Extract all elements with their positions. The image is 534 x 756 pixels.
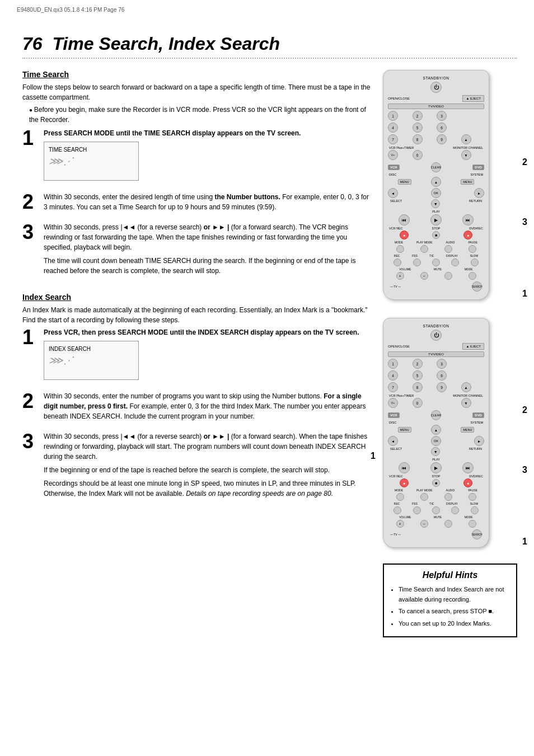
remote2-play-btn[interactable]: ▶ (430, 462, 442, 473)
remote2-mute-btn[interactable] (444, 520, 452, 528)
remote1-mode3-btn[interactable] (469, 272, 476, 280)
remote1-stop-btn[interactable]: ■ (432, 231, 440, 239)
remote1-dvd-btn[interactable]: DVD (472, 165, 484, 170)
remote1-btn-7[interactable]: 7 (388, 134, 398, 144)
remote2-tvvideo-btn[interactable]: TV/VIDEO (388, 351, 484, 357)
remote1-power-btn[interactable]: ⏻ (430, 82, 442, 93)
remote1-left-btn[interactable]: ◄ (388, 188, 398, 198)
remote2-clear-btn[interactable]: CLEAR (431, 410, 441, 420)
remote2-btn-2[interactable]: 2 (413, 359, 423, 369)
remote1-vcrrec-btn[interactable]: ● (400, 231, 409, 240)
remote1-btn-8[interactable]: 8 (413, 134, 423, 144)
remote2-tic-btn[interactable] (432, 506, 440, 514)
remote2-rec-btn[interactable] (394, 506, 401, 514)
remote2-stop-btn[interactable]: ■ (432, 479, 440, 487)
remote1-mute-label: MUTE (434, 267, 442, 271)
remote1-btn-0[interactable]: 0 (413, 150, 423, 160)
remote2-fss-btn[interactable] (413, 506, 421, 514)
remote1-btn-down[interactable]: ▼ (461, 150, 471, 160)
remote1-mute-btn[interactable] (444, 272, 452, 280)
remote1-display-btn[interactable] (451, 259, 459, 266)
remote1-tic-btn[interactable] (432, 259, 440, 266)
remote2-mode3-btn[interactable] (469, 520, 476, 528)
remote2-vcr-btn[interactable]: VCR (388, 412, 400, 418)
remote1-vcr-timer-label: VCR Plus+TIMER (389, 146, 414, 149)
screen-label-2: INDEX SEARCH (49, 346, 134, 352)
remote2-btn-7[interactable]: 7 (388, 382, 398, 392)
remote2-btn-0[interactable]: 0 (413, 398, 423, 408)
remote2-eject-btn[interactable]: ▲ EJECT (462, 343, 484, 350)
remote2-btn-6[interactable]: 6 (437, 370, 447, 381)
remote2-playmode-btn[interactable] (420, 493, 428, 501)
remote2-btn-4[interactable]: 4 (388, 370, 398, 381)
remote2-numgrid4: V+ 0 ▼ (388, 398, 484, 408)
remote1-mode-btn[interactable] (396, 245, 404, 253)
remote1-pause-btn[interactable] (469, 245, 476, 253)
remote2-fwd-btn[interactable]: ⏭ (462, 462, 474, 473)
remote1-rec-btn[interactable] (394, 259, 401, 266)
remote2-btn-8[interactable]: 8 (413, 382, 423, 392)
remote1-vol-minus-btn[interactable]: − (420, 272, 428, 280)
remote2-left-btn[interactable]: ◄ (388, 436, 398, 446)
remote2-btn-vcrplus[interactable]: V+ (388, 398, 398, 408)
remote2-dvd-btn[interactable]: DVD (472, 412, 484, 418)
remote2-search-btn[interactable]: SEARCH (472, 529, 482, 539)
remote1-rew-btn[interactable]: ⏮ (399, 214, 410, 226)
remote2-btn-up[interactable]: ▲ (461, 382, 471, 392)
remote1-btn-5[interactable]: 5 (413, 123, 423, 133)
remote2-audio-btn[interactable] (444, 493, 452, 501)
remote1-btn-9[interactable]: 9 (437, 134, 447, 144)
remote1-btn-vcrplus[interactable]: V+ (388, 150, 398, 160)
remote1-btn-up[interactable]: ▲ (461, 134, 471, 144)
remote2-dvdrec-label: DVD/REC (469, 475, 483, 478)
remote2-vcrrec-btn[interactable]: ● (400, 478, 409, 487)
remote1-search-btn[interactable]: SEARCH (472, 281, 482, 292)
remote1-fss-btn[interactable] (413, 259, 421, 266)
remote1-clear-btn[interactable]: CLEAR (431, 162, 441, 172)
remote1-right-btn[interactable]: ► (474, 188, 484, 198)
remote2-btn-3[interactable]: 3 (437, 359, 447, 369)
remote2-display-btn[interactable] (451, 506, 459, 514)
remote1-playmode-btn[interactable] (420, 245, 428, 253)
remote2-btn-down[interactable]: ▼ (461, 398, 471, 408)
remote2-btn-5[interactable]: 5 (413, 370, 423, 381)
step-num-2: 2 (22, 192, 38, 212)
remote2-up-arrow[interactable]: ▲ (431, 425, 441, 435)
remote1-vol-plus-btn[interactable]: + (396, 272, 404, 280)
remote2-right-btn[interactable]: ► (474, 436, 484, 446)
remote1-btn-1[interactable]: 1 (388, 111, 398, 121)
remote1-btn-6[interactable]: 6 (437, 123, 447, 133)
remote1-play-btn[interactable]: ▶ (430, 214, 442, 226)
remote2-vol-plus-btn[interactable]: + (396, 520, 404, 528)
remote1-discmenu-btn[interactable]: MENU (398, 179, 411, 185)
remote1-btn-4[interactable]: 4 (388, 123, 398, 133)
remote2-btn-9[interactable]: 9 (437, 382, 447, 392)
remote2-btn-1[interactable]: 1 (388, 359, 398, 369)
remote1-sysmenu-btn[interactable]: MENU (461, 179, 474, 185)
remote1-ok-btn[interactable]: OK (431, 188, 441, 198)
remote1-slow-btn[interactable] (471, 259, 479, 266)
index-step3: 3 Within 30 seconds, press |◄◄ (for a re… (22, 431, 372, 502)
remote1-dvdrec-btn[interactable]: ● (463, 231, 472, 240)
remote1-btn-3[interactable]: 3 (437, 111, 447, 121)
remote1-tvvideo-btn[interactable]: TV/VIDEO (388, 104, 484, 109)
remote2-slow-btn[interactable] (471, 506, 479, 514)
remote1-down-btn[interactable]: ▼ (431, 199, 440, 208)
remote1-audio-btn[interactable] (444, 245, 452, 253)
remote1-fwd-btn[interactable]: ⏭ (462, 214, 474, 226)
remote2-sysmenu-btn[interactable]: MENU (461, 427, 474, 433)
remote1-up-arrow[interactable]: ▲ (431, 177, 441, 187)
remote2-power-btn[interactable]: ⏻ (430, 330, 442, 341)
remote2-vol-minus-btn[interactable]: − (420, 520, 428, 528)
remote2-mode-btn[interactable] (396, 493, 404, 501)
remote2-rew-btn[interactable]: ⏮ (399, 462, 410, 473)
remote2-dvdrec-btn[interactable]: ● (463, 478, 472, 487)
remote1-vcr-btn[interactable]: VCR (388, 165, 400, 170)
remote2-down-btn[interactable]: ▼ (431, 447, 440, 456)
remote2-pause-btn[interactable] (469, 493, 476, 501)
remote2-ok-btn[interactable]: OK (431, 436, 441, 446)
remote1-numgrid1: 1 2 3 (388, 111, 484, 121)
remote2-discmenu-btn[interactable]: MENU (398, 427, 411, 433)
remote1-btn-2[interactable]: 2 (413, 111, 423, 121)
remote1-eject-btn[interactable]: ▲ EJECT (462, 95, 484, 102)
